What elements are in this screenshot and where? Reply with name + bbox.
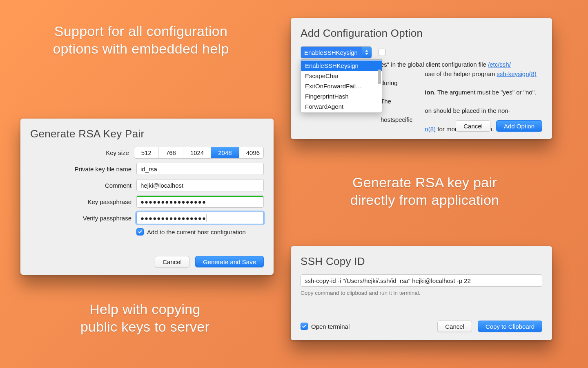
- chevron-updown-icon: [362, 47, 372, 58]
- generate-save-button[interactable]: Generate and Save: [195, 256, 264, 267]
- config-option-dropdown: EnableSSHKeysign EscapeChar ExitOnForwar…: [301, 59, 382, 113]
- add-config-option-panel: Add Configuration Option EnableSSHKeysig…: [291, 18, 552, 139]
- caption-line: Generate RSA key pair: [352, 175, 497, 190]
- dropdown-item[interactable]: ForwardAgent: [301, 101, 382, 112]
- caption-line: directly from application: [350, 192, 499, 208]
- passphrase-input[interactable]: ●●●●●●●●●●●●●●●●: [136, 195, 264, 208]
- keysize-option[interactable]: 768: [159, 147, 183, 158]
- dropdown-item[interactable]: ExitOnForwardFail…: [301, 81, 382, 91]
- help-link[interactable]: /etc/ssh/: [488, 61, 511, 68]
- comment-input[interactable]: hejki@localhost: [136, 179, 264, 191]
- private-key-input[interactable]: id_rsa: [136, 163, 264, 175]
- dropdown-item[interactable]: FingerprintHash: [301, 91, 382, 101]
- caption-line: options with embedded help: [53, 41, 229, 56]
- verify-passphrase-input[interactable]: ●●●●●●●●●●●●●●●●: [136, 212, 264, 224]
- dropdown-item[interactable]: EnableSSHKeysign: [301, 61, 382, 71]
- open-terminal-label: Open terminal: [311, 323, 350, 330]
- generate-rsa-panel: Generate RSA Key Pair Key size 512 768 1…: [20, 119, 274, 275]
- caption-line: Support for all configuration: [54, 23, 228, 39]
- text-caret: [207, 214, 207, 222]
- keysize-segmented: 512 768 1024 2048 4096: [134, 147, 264, 159]
- help-link[interactable]: ssh-keysign(8): [497, 70, 537, 77]
- caption-line: public keys to server: [80, 319, 209, 334]
- cancel-button[interactable]: Cancel: [456, 120, 490, 132]
- keysize-option[interactable]: 1024: [183, 147, 211, 158]
- cancel-button[interactable]: Cancel: [155, 256, 189, 267]
- ssh-command-hint: Copy command to clipboad and run it in t…: [301, 290, 542, 296]
- keysize-option[interactable]: 4096: [239, 147, 264, 158]
- passphrase-label: Key passphrase: [30, 198, 136, 205]
- scrollbar-thumb[interactable]: [378, 70, 381, 84]
- open-terminal-checkbox[interactable]: [301, 323, 308, 330]
- ssh-command-field[interactable]: ssh-copy-id -i "/Users/hejki/.ssh/id_rsa…: [301, 274, 542, 287]
- keysize-label: Key size: [30, 149, 134, 156]
- copy-to-clipboard-button[interactable]: Copy to Clipboard: [478, 321, 542, 332]
- add-to-host-checkbox[interactable]: [136, 228, 144, 236]
- private-key-label: Private key file name: [30, 166, 136, 173]
- add-to-host-label: Add to the current host configuration: [147, 229, 246, 236]
- panel-title: SSH Copy ID: [301, 255, 542, 268]
- select-value: EnableSSHKeysign: [301, 47, 362, 58]
- comment-label: Comment: [30, 182, 136, 189]
- caption-copy-keys: Help with copying public keys to server: [57, 301, 233, 335]
- panel-title: Add Configuration Option: [301, 27, 542, 40]
- ssh-copy-id-panel: SSH Copy ID ssh-copy-id -i "/Users/hejki…: [291, 246, 552, 340]
- verify-passphrase-label: Verify passphrase: [30, 215, 136, 222]
- help-link[interactable]: n(8): [425, 126, 436, 132]
- caption-line: Help with copying: [89, 301, 200, 317]
- cancel-button[interactable]: Cancel: [437, 321, 472, 332]
- dropdown-item[interactable]: EscapeChar: [301, 71, 382, 81]
- add-option-button[interactable]: Add Option: [496, 120, 542, 132]
- config-option-select[interactable]: EnableSSHKeysign EnableSSHKeysign Escape…: [301, 46, 372, 58]
- option-value-checkbox[interactable]: [379, 49, 386, 56]
- caption-config-help: Support for all configuration options wi…: [29, 22, 253, 57]
- keysize-option[interactable]: 512: [134, 147, 159, 158]
- keysize-option[interactable]: 2048: [211, 147, 239, 158]
- caption-generate-rsa: Generate RSA key pair directly from appl…: [310, 174, 539, 209]
- panel-title: Generate RSA Key Pair: [30, 128, 264, 140]
